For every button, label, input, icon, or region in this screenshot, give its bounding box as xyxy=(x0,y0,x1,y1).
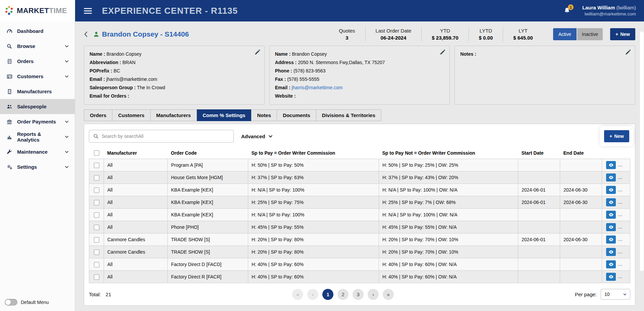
view-button[interactable] xyxy=(606,211,616,219)
advanced-dropdown[interactable]: Advanced xyxy=(238,132,275,141)
row-checkbox[interactable] xyxy=(94,212,99,218)
view-button[interactable] xyxy=(606,236,616,244)
cell-sp-to-pay: H: N/A | SP to Pay: 100% xyxy=(248,209,379,221)
trash-icon xyxy=(621,163,625,167)
new-commission-button[interactable]: +New xyxy=(604,130,629,142)
per-page-select[interactable]: 10 xyxy=(601,289,630,300)
view-button[interactable] xyxy=(606,186,616,194)
bank-icon xyxy=(6,119,13,124)
cell-manufacturer: Canmore Candles xyxy=(104,234,168,246)
chevron-down-icon xyxy=(623,293,627,296)
delete-button[interactable] xyxy=(619,223,628,231)
edit-contact-button[interactable] xyxy=(439,49,445,55)
sidebar-item-orders[interactable]: Orders xyxy=(0,54,75,69)
sidebar-item-customers[interactable]: Customers xyxy=(0,69,75,84)
table-row: Canmore Candles TRADE SHOW [S] H: 20% | … xyxy=(89,246,630,258)
sidebar-item-dashboard[interactable]: Dashboard xyxy=(0,23,75,39)
row-checkbox[interactable] xyxy=(94,262,99,267)
eye-icon xyxy=(608,200,614,204)
tab[interactable]: Manufacturers xyxy=(151,109,197,121)
page-button[interactable]: 1 xyxy=(322,289,333,300)
delete-button[interactable] xyxy=(619,186,628,194)
sidebar-item-reports-analytics[interactable]: Reports & Analytics xyxy=(0,129,75,144)
logo[interactable]: MARKETTIME xyxy=(0,0,75,21)
next-page-button[interactable]: › xyxy=(368,289,379,300)
view-button[interactable] xyxy=(606,161,616,169)
edit-notes-button[interactable] xyxy=(625,49,631,55)
cell-start-date: 2024-06-01 xyxy=(518,234,560,246)
cell-end-date: 2024-06-30 xyxy=(560,196,602,209)
delete-button[interactable] xyxy=(619,198,628,206)
delete-button[interactable] xyxy=(619,173,628,182)
edit-profile-button[interactable] xyxy=(254,49,260,55)
page-button[interactable]: 2 xyxy=(337,289,348,300)
user-info[interactable]: Laura William (lwilliam) lwilliam@market… xyxy=(582,4,636,17)
inactive-button[interactable]: Inactive xyxy=(577,28,603,40)
field-label: Email for Orders : xyxy=(90,93,129,99)
cell-manufacturer: All xyxy=(104,258,168,271)
sidebar-item-settings[interactable]: Settings xyxy=(0,159,75,174)
view-button[interactable] xyxy=(606,198,616,206)
eye-icon xyxy=(608,250,614,254)
sidebar-item-browse[interactable]: Browse xyxy=(0,39,75,54)
stats-bar: Quotes 3 Last Order Date 06-24-2024 YTD … xyxy=(329,27,543,41)
previous-page-button[interactable]: ‹ xyxy=(307,289,318,300)
sidebar-item-salespeople[interactable]: Salespeople xyxy=(0,99,75,114)
delete-button[interactable] xyxy=(619,273,628,281)
tab[interactable]: Divisions & Territories xyxy=(316,109,381,121)
field-value: jharris@markettime.com xyxy=(106,76,157,82)
chevron-down-icon xyxy=(65,45,69,48)
tab[interactable]: Notes xyxy=(251,109,277,121)
row-checkbox[interactable] xyxy=(94,163,99,168)
view-button[interactable] xyxy=(606,260,616,268)
active-button[interactable]: Active xyxy=(553,28,577,40)
sidebar-item-maintenance[interactable]: Maintenance xyxy=(0,144,75,159)
cell-start-date xyxy=(518,209,560,221)
default-menu-toggle[interactable] xyxy=(5,299,17,306)
row-checkbox[interactable] xyxy=(94,175,99,180)
view-button[interactable] xyxy=(606,223,616,231)
new-button-top[interactable]: +New xyxy=(610,28,635,40)
row-checkbox[interactable] xyxy=(94,274,99,280)
page-button[interactable]: 3 xyxy=(353,289,364,300)
cell-end-date xyxy=(560,221,602,234)
tab[interactable]: Customers xyxy=(112,109,150,121)
view-button[interactable] xyxy=(606,173,616,182)
view-button[interactable] xyxy=(606,248,616,256)
cell-sp-to-pay: H: 20% | SP to Pay: 80% xyxy=(248,234,379,246)
row-checkbox[interactable] xyxy=(94,200,99,205)
delete-button[interactable] xyxy=(619,248,628,256)
row-checkbox[interactable] xyxy=(94,250,99,255)
field-value: BRAN xyxy=(122,60,136,65)
row-checkbox[interactable] xyxy=(94,237,99,243)
tab[interactable]: Documents xyxy=(277,109,316,121)
field-label: Address : xyxy=(275,60,297,65)
cell-sp-to-pay-not: H: 50% | SP to Pay: 25% | OW: 25% xyxy=(379,159,518,171)
search-input[interactable] xyxy=(102,134,229,139)
sidebar-item-manufacturers[interactable]: Manufacturers xyxy=(0,84,75,99)
last-page-button[interactable]: » xyxy=(383,289,394,300)
first-page-button[interactable]: « xyxy=(292,289,303,300)
view-button[interactable] xyxy=(606,273,616,281)
cell-manufacturer: All xyxy=(104,221,168,234)
cell-end-date: 2024-06-30 xyxy=(560,184,602,196)
table-row: All KBA Example [KEX] H: 25% | SP to Pay… xyxy=(89,196,630,209)
tab[interactable]: Orders xyxy=(84,109,112,121)
delete-button[interactable] xyxy=(619,236,628,244)
delete-button[interactable] xyxy=(619,161,628,169)
notifications-button[interactable]: 1 xyxy=(563,7,571,15)
delete-button[interactable] xyxy=(619,260,628,268)
select-all-checkbox[interactable] xyxy=(94,150,99,156)
markettime-logo-icon xyxy=(4,5,14,16)
scrollbar[interactable] xyxy=(640,32,644,271)
back-button[interactable] xyxy=(84,31,88,38)
row-checkbox[interactable] xyxy=(94,188,99,193)
tab[interactable]: Comm % Settings xyxy=(197,109,252,121)
cell-order-code: Phone [PHO] xyxy=(168,221,248,234)
user-name-line: Laura William (lwilliam) xyxy=(582,4,636,11)
sidebar-item-order-payments[interactable]: Order Payments xyxy=(0,114,75,129)
total-label: Total: xyxy=(89,292,101,297)
row-checkbox[interactable] xyxy=(94,225,99,230)
hamburger-menu-icon[interactable] xyxy=(83,5,93,16)
delete-button[interactable] xyxy=(619,211,628,219)
